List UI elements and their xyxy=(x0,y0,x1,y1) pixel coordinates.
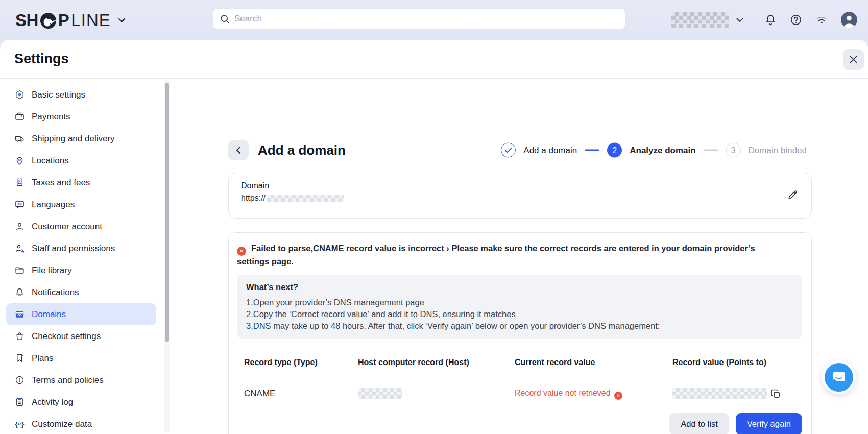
current-value-cell: Record value not retrieved✕ xyxy=(515,388,672,400)
wifi-status-icon[interactable] xyxy=(815,14,828,26)
logo-text-sh: SH xyxy=(15,11,38,30)
search-icon xyxy=(220,14,230,24)
svg-text:Aa: Aa xyxy=(17,422,22,426)
sidebar-item-checkout-settings[interactable]: Checkout settings xyxy=(6,325,156,347)
user-key-icon xyxy=(15,244,25,253)
col-current-value: Current record value xyxy=(515,358,672,367)
chevron-left-icon xyxy=(235,146,242,154)
user-avatar[interactable] xyxy=(840,11,858,29)
error-message: ✕Failed to parse,CNAME record value is i… xyxy=(237,243,759,268)
pencil-icon xyxy=(787,189,798,200)
add-to-list-button[interactable]: Add to list xyxy=(669,413,729,434)
action-buttons: Add to list Verify again xyxy=(237,413,802,434)
verify-again-button[interactable]: Verify again xyxy=(736,413,802,434)
sidebar-item-basic-settings[interactable]: Basic settings xyxy=(6,84,156,106)
chat-fab-button[interactable] xyxy=(822,360,856,394)
redacted-host-record xyxy=(358,388,402,399)
domain-label: Domain xyxy=(241,181,799,190)
check-icon xyxy=(504,147,512,153)
folder-icon xyxy=(15,266,25,275)
page-title: Settings xyxy=(14,51,69,67)
close-icon xyxy=(849,55,858,64)
receipt-icon xyxy=(15,178,25,187)
copy-icon xyxy=(770,389,781,399)
store-chevron-down-icon xyxy=(736,18,743,22)
sidebar-item-languages[interactable]: EN Languages xyxy=(6,194,156,215)
domain-icon xyxy=(15,309,25,319)
redacted-record-value xyxy=(672,388,767,399)
logo-text-p: P xyxy=(58,11,69,30)
bookmark-plus-icon xyxy=(15,353,25,363)
whats-next-title: What’s next? xyxy=(246,282,793,292)
truck-icon xyxy=(15,134,25,143)
record-type-cell: CNAME xyxy=(237,389,358,399)
sidebar-item-customer-account[interactable]: Customer account xyxy=(6,215,156,237)
language-bubble-icon: EN xyxy=(15,200,25,209)
sidebar-item-staff[interactable]: Staff and permissions xyxy=(6,237,156,259)
col-record-value: Record value (Points to) xyxy=(672,358,802,367)
sidebar-item-taxes[interactable]: Taxes and fees xyxy=(6,172,156,194)
stepper-connector-upcoming xyxy=(704,150,718,151)
whats-next-step-3: 3.DNS may take up to 48 hours. After tha… xyxy=(246,320,793,332)
status-error-icon: ✕ xyxy=(614,392,622,400)
document-icon xyxy=(15,397,25,407)
step-3-label: Domain binded xyxy=(749,145,807,155)
host-record-cell xyxy=(358,388,515,399)
svg-text:}: } xyxy=(21,420,24,428)
gear-icon xyxy=(15,90,25,100)
back-button[interactable] xyxy=(228,140,249,160)
sidebar-item-notifications[interactable]: Notifications xyxy=(6,281,156,303)
sidebar-item-locations[interactable]: Locations xyxy=(6,150,156,172)
whats-next-step-2: 2.Copy the ‘Correct record value’ and ad… xyxy=(246,308,793,320)
sidebar-item-file-library[interactable]: File library xyxy=(6,259,156,281)
help-icon[interactable] xyxy=(790,14,802,26)
store-switcher[interactable] xyxy=(671,12,743,28)
bell-icon xyxy=(15,287,25,297)
svg-text:EN: EN xyxy=(17,203,21,206)
whats-next-box: What’s next? 1.Open your provider’s DNS … xyxy=(237,275,802,339)
copy-button[interactable] xyxy=(770,389,781,399)
error-message-text: Failed to parse,CNAME record value is in… xyxy=(237,244,755,266)
shopping-bag-icon xyxy=(15,331,25,341)
search-input[interactable] xyxy=(234,14,618,24)
step-1-label: Add a domain xyxy=(523,145,577,155)
main-content: Add a domain Add a domain 2 Analyze doma… xyxy=(173,79,868,434)
braces-icon: {}Aa xyxy=(15,419,25,429)
sidebar-item-payments[interactable]: Payments xyxy=(6,106,156,128)
content-title: Add a domain xyxy=(258,142,346,158)
sidebar-item-shipping[interactable]: Shipping and delivery xyxy=(6,128,156,150)
sidebar-item-plans[interactable]: Plans xyxy=(6,347,156,369)
logo-chevron-down-icon[interactable] xyxy=(118,18,126,23)
redacted-domain-value xyxy=(267,195,344,202)
sidebar-item-activity-log[interactable]: Activity log xyxy=(6,391,156,413)
dns-table-header: Record type (Type) Host computer record … xyxy=(237,347,802,367)
domain-url-prefix: https:// xyxy=(241,194,266,203)
top-bar: SH P LINE xyxy=(0,0,868,40)
edit-domain-button[interactable] xyxy=(786,188,799,201)
logo-bird-icon xyxy=(40,12,57,29)
sidebar-item-domains[interactable]: Domains xyxy=(6,303,156,325)
notifications-bell-icon[interactable] xyxy=(764,14,777,26)
user-icon xyxy=(15,222,25,231)
step-3-circle: 3 xyxy=(726,143,741,158)
settings-panel: Settings Basic settings Payments Shippin… xyxy=(0,40,868,434)
global-search[interactable] xyxy=(212,8,625,30)
col-record-type: Record type (Type) xyxy=(237,358,358,367)
close-button[interactable] xyxy=(843,49,864,70)
col-host-record: Host computer record (Host) xyxy=(358,358,515,367)
sidebar-scrollbar xyxy=(164,80,170,433)
sidebar-item-customize-data[interactable]: {}Aa Customize data xyxy=(6,413,156,434)
step-2-label: Analyze domain xyxy=(630,145,695,155)
settings-sidebar: Basic settings Payments Shipping and del… xyxy=(0,79,172,434)
sidebar-item-terms[interactable]: Terms and policies xyxy=(6,369,156,391)
redacted-store-name xyxy=(671,12,729,28)
sidebar-scrollbar-thumb[interactable] xyxy=(165,83,169,342)
shopline-logo[interactable]: SH P LINE xyxy=(15,11,126,30)
logo-text-line: LINE xyxy=(71,11,110,30)
dns-table-row: CNAME Record value not retrieved✕ xyxy=(237,375,802,412)
verification-card: ✕Failed to parse,CNAME record value is i… xyxy=(228,232,812,434)
record-value-cell xyxy=(672,388,802,399)
error-icon: ✕ xyxy=(237,247,246,256)
info-circle-icon xyxy=(15,375,25,385)
whats-next-step-1: 1.Open your provider’s DNS management pa… xyxy=(246,297,793,308)
